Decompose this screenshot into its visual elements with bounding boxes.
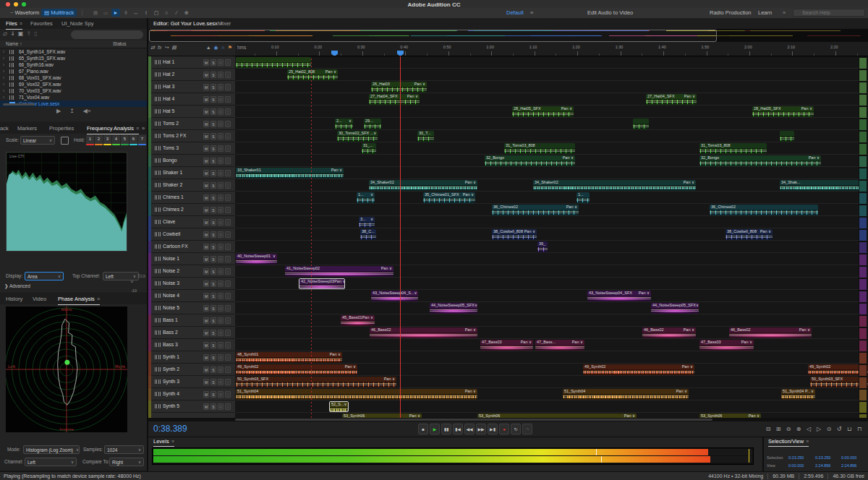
track-lane[interactable]: 50_Synth03_SFXPan ∨50_Synth03_SFX [235, 376, 868, 388]
clip[interactable]: 52_S...∨ [329, 401, 349, 412]
track-name[interactable]: Noise 3 [163, 280, 179, 286]
expander-icon[interactable]: › [3, 74, 4, 81]
clip[interactable]: 25_Hat02_808Pan ∨ [287, 69, 338, 80]
clip-pan-dropdown[interactable]: Pan ∨ [381, 266, 392, 271]
monitor-input-icon[interactable]: ∩ [221, 45, 225, 51]
list-item[interactable]: ›68_Vox01_SFX.wav [0, 74, 147, 81]
clip-volume-envelope[interactable] [710, 211, 818, 212]
hold-4-button[interactable]: 4 [112, 135, 120, 145]
expander-icon[interactable]: › [3, 94, 4, 100]
clip-header[interactable]: 32_BongoPan ∨ [485, 155, 575, 160]
monitor-button[interactable]: I [225, 96, 231, 103]
zoom-selection-button[interactable]: ⊕ [794, 424, 803, 434]
track-header[interactable]: Shaker 1MSRI [148, 167, 235, 179]
monitor-button[interactable]: I [225, 244, 231, 250]
clip-volume-envelope[interactable] [335, 125, 353, 126]
hold-7-button[interactable]: 7 [138, 135, 146, 145]
clip-header[interactable]: 46_Bass02Pan ∨ [729, 327, 812, 333]
solo-button[interactable]: S [210, 96, 216, 103]
track-header[interactable]: Synth 2MSRI [148, 364, 235, 376]
clip[interactable]: 51_Synth04Pan ∨ [236, 389, 477, 400]
expander-icon[interactable]: › [3, 55, 4, 61]
time-selection-tool[interactable]: I [142, 9, 150, 17]
solo-button[interactable]: S [210, 256, 216, 262]
tab-levels[interactable]: Levels≡ [153, 437, 174, 447]
clip[interactable]: 51_Synth04 P...∨ [781, 389, 815, 400]
solo-button[interactable]: S [210, 182, 216, 189]
clip-header[interactable]: 31_Toms03_808 [504, 143, 575, 148]
timeline-ruler[interactable]: hms 0:100:200:300:400:501:001:101:201:30… [235, 43, 868, 56]
monitor-button[interactable]: I [225, 207, 231, 213]
clip-volume-envelope[interactable] [633, 125, 649, 126]
clip-pan-dropdown[interactable]: Pan ∨ [799, 327, 810, 333]
trash-icon[interactable]: ▯ [34, 30, 37, 40]
track-name[interactable]: Noise 4 [163, 293, 179, 298]
record-arm-button[interactable]: R [218, 342, 224, 348]
clip-header[interactable]: 27_Hat04_SFXPan ∨ [369, 94, 420, 99]
mute-button[interactable]: M [203, 72, 209, 78]
monitor-button[interactable]: I [225, 256, 231, 262]
clip-header[interactable]: 44_NoiseSweep05_SFX∨ [651, 303, 699, 308]
sends-toggle-icon[interactable]: ↪ [164, 45, 169, 51]
waveform-view-button[interactable]: ~ Waveform [7, 9, 42, 17]
clip-pan-dropdown[interactable]: Pan ∨ [801, 106, 812, 111]
monitor-button[interactable]: I [225, 59, 231, 66]
clip[interactable]: 43_NoiseSweep04_SFXPan ∨ [587, 291, 651, 301]
clip-header[interactable]: 38_C... [360, 229, 376, 234]
list-item[interactable]: ›67_Piano.wav [0, 68, 147, 74]
zoom-in-horizontal-button[interactable]: ⊞ [774, 424, 783, 434]
tab-markers[interactable]: Markers [17, 123, 37, 134]
expander-icon[interactable]: › [3, 81, 4, 87]
clip-header[interactable]: 30_T... [417, 131, 434, 136]
clip[interactable]: 36_Chimes02Pan ∨ [492, 205, 579, 215]
track-lane[interactable]: 31_...31_Toms03_80831_Toms03_808 [235, 142, 868, 155]
clip-volume-envelope[interactable] [587, 297, 651, 298]
solo-button[interactable]: S [210, 231, 216, 238]
mute-button[interactable]: M [203, 379, 209, 385]
column-status[interactable]: Status [113, 41, 126, 46]
clip-header[interactable]: 39_ [537, 241, 548, 247]
track-name[interactable]: Synth 5 [163, 403, 179, 408]
clip-header[interactable]: 47_Bass...Pan ∨ [535, 340, 584, 345]
clip[interactable]: 32_BongoPan ∨ [485, 155, 575, 166]
clip-header[interactable]: 26_Hat03Pan ∨ [371, 82, 427, 87]
clip-pan-dropdown[interactable]: ∨ [696, 303, 699, 308]
mute-button[interactable]: M [203, 207, 209, 213]
clip-header[interactable]: 25_Hat02_808Pan ∨ [287, 69, 338, 74]
track-name[interactable]: Clave [163, 219, 175, 224]
clip-volume-envelope[interactable] [369, 100, 420, 101]
track-name[interactable]: Noise 2 [163, 268, 179, 273]
clip-volume-envelope[interactable] [236, 64, 311, 64]
clip-volume-envelope[interactable] [357, 199, 375, 200]
clip-pan-dropdown[interactable]: ∨ [414, 291, 417, 296]
track-lane[interactable]: 30_Toms02_SFX ...∨30_T... [235, 130, 868, 142]
auto-play-icon[interactable]: ◀» [83, 108, 91, 118]
record-arm-button[interactable]: R [218, 379, 224, 385]
clip-volume-envelope[interactable] [651, 309, 699, 310]
clip-header[interactable]: 38_Cowbell_808Pan ∨ [492, 229, 537, 234]
clip-volume-envelope[interactable] [583, 371, 694, 372]
track-header[interactable]: Toms 2MSRI [148, 118, 235, 130]
clip-header[interactable]: 2...∨ [335, 119, 353, 124]
zoom-in-vertical-button[interactable]: ⊔ [845, 424, 854, 434]
hold-1-button[interactable]: 1 [86, 135, 94, 145]
clip-header[interactable]: 30_Toms02_SFX ...∨ [337, 131, 378, 136]
list-item[interactable]: ›66_Synth16.wav [0, 61, 147, 68]
clip-header[interactable]: 34_Shak... [780, 180, 859, 185]
mute-button[interactable]: M [203, 84, 209, 90]
clip[interactable]: 34_Shaker02Pan ∨ [369, 180, 477, 191]
clip[interactable]: 28_Hat05_SFXPan ∨ [512, 106, 574, 117]
track-header[interactable]: Hat 2MSRI [148, 69, 235, 81]
tab-favorites[interactable]: Favorites [30, 18, 53, 29]
clip[interactable]: 40_NoiseSweep01∨ [236, 254, 277, 265]
clip-pan-dropdown[interactable]: Pan ∨ [362, 315, 373, 320]
clip[interactable]: 30_Toms02_SFX ...∨ [337, 131, 378, 142]
track-header[interactable]: Bass 2MSRI [148, 327, 235, 339]
scan-button[interactable]: Sca [137, 273, 145, 278]
clip-pan-dropdown[interactable]: Pan ∨ [331, 168, 342, 173]
track-lane[interactable] [235, 56, 868, 69]
track-lane[interactable]: 48_Synth01Pan ∨ [235, 351, 868, 364]
track-name[interactable]: Hat 5 [163, 108, 174, 113]
clip-header[interactable]: 36_Chimes02Pan ∨ [492, 205, 579, 210]
clip-volume-envelope[interactable] [492, 211, 579, 212]
